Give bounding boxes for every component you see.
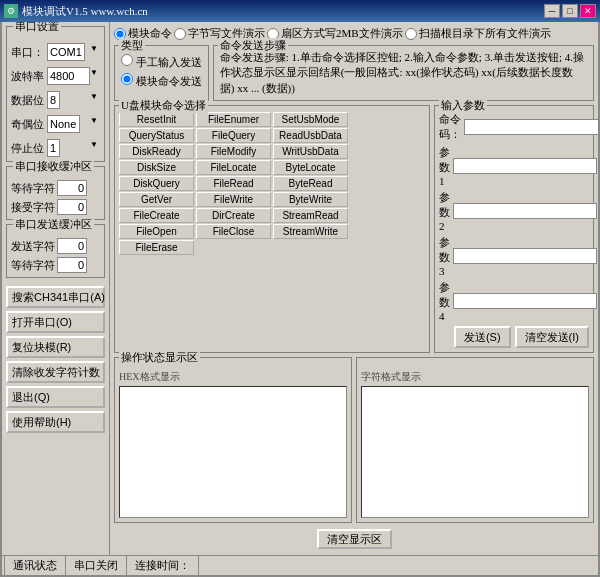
- desc-text: 命令发送步骤: 1.单击命令选择区控钮; 2.输入命令参数; 3.单击发送按钮;…: [220, 50, 587, 96]
- search-port-button[interactable]: 搜索CH341串口(A): [6, 286, 105, 308]
- baud-select[interactable]: 48009600115200: [47, 67, 90, 85]
- tab-scan-files-label: 扫描根目录下所有文件演示: [419, 26, 551, 41]
- port-select[interactable]: COM1COM2COM3: [47, 43, 85, 61]
- wait-send-row: 等待字符：: [11, 257, 100, 273]
- param1-input[interactable]: [453, 158, 597, 174]
- baud-label: 波特率：: [11, 69, 45, 84]
- parity-label: 奇偶位：: [11, 117, 45, 132]
- param3-label: 参数3: [439, 235, 450, 277]
- send-buffer-group: 串口发送缓冲区 发送字符： 等待字符：: [6, 224, 105, 278]
- param2-input[interactable]: [453, 203, 597, 219]
- reset-module-button[interactable]: 复位块模(R): [6, 336, 105, 358]
- type-group-box: 类型 手工输入发送 模块命令发送: [114, 45, 209, 101]
- cmd-code-row: 命令码：: [439, 112, 589, 142]
- connect-time: 连接时间：: [127, 556, 199, 575]
- tab-scan-files[interactable]: 扫描根目录下所有文件演示: [405, 26, 551, 41]
- cmd-FileRead[interactable]: FileRead: [196, 176, 271, 191]
- title-bar-text: ⚙ 模块调试V1.5 www.wch.cn: [4, 4, 148, 19]
- cmd-DiskSize[interactable]: DiskSize: [119, 160, 194, 175]
- data-bits-select[interactable]: 87: [47, 91, 60, 109]
- cmd-ReadUsbData[interactable]: ReadUsbData: [273, 128, 348, 143]
- param1-row: 参数1: [439, 145, 589, 187]
- send-buttons-row: 发送(S) 清空发送(I): [439, 326, 589, 348]
- bottom-row: 清空显示区: [114, 527, 594, 551]
- stop-bits-select[interactable]: 12: [47, 139, 60, 157]
- cmd-FileErase[interactable]: FileErase: [119, 240, 194, 255]
- type-options: 手工输入发送 模块命令发送: [121, 54, 202, 89]
- data-bits-select-wrapper: 87: [47, 91, 100, 109]
- wait-char-row: 等待字符：: [11, 180, 100, 196]
- port-row: 串口： COM1COM2COM3: [11, 43, 100, 61]
- wait-send-label: 等待字符：: [11, 258, 55, 273]
- serial-group-title: 串口设置: [13, 22, 61, 34]
- cmd-FileOpen[interactable]: FileOpen: [119, 224, 194, 239]
- cmd-group-title: U盘模块命令选择: [119, 98, 208, 113]
- right-panel: 模块命令 字节写文件演示 扇区方式写2MB文件演示 扫描根目录下所有文件演示: [110, 22, 598, 555]
- cmd-ByteRead[interactable]: ByteRead: [273, 176, 348, 191]
- open-port-button[interactable]: 打开串口(O): [6, 311, 105, 333]
- cmd-FileLocate[interactable]: FileLocate: [196, 160, 271, 175]
- cmd-GetVer[interactable]: GetVer: [119, 192, 194, 207]
- help-button[interactable]: 使用帮助(H): [6, 411, 105, 433]
- recv-buffer-title: 串口接收缓冲区: [13, 159, 94, 174]
- cmd-QueryStatus[interactable]: QueryStatus: [119, 128, 194, 143]
- send-char-input[interactable]: [57, 238, 87, 254]
- exit-button[interactable]: 退出(Q): [6, 386, 105, 408]
- action-buttons: 搜索CH341串口(A) 打开串口(O) 复位块模(R) 清除收发字符计数 退出…: [6, 286, 105, 433]
- cmd-DiskReady[interactable]: DiskReady: [119, 144, 194, 159]
- title-bar-buttons: ─ □ ✕: [544, 4, 596, 18]
- app-icon: ⚙: [4, 4, 18, 18]
- port-status: 串口关闭: [66, 556, 127, 575]
- content-area: 串口设置 串口： COM1COM2COM3 波特率： 4800960011520…: [2, 22, 598, 555]
- minimize-button[interactable]: ─: [544, 4, 560, 18]
- desc-title: 命令发送步骤: [218, 38, 288, 53]
- cmd-FileCreate[interactable]: FileCreate: [119, 208, 194, 223]
- close-button[interactable]: ✕: [580, 4, 596, 18]
- maximize-button[interactable]: □: [562, 4, 578, 18]
- parity-select[interactable]: NoneEvenOdd: [47, 115, 80, 133]
- char-display-textarea[interactable]: [361, 386, 589, 518]
- type-section: 类型 手工输入发送 模块命令发送 命令发送步骤 命令发送步骤: [114, 45, 594, 101]
- cmd-StreamWrite[interactable]: StreamWrite: [273, 224, 348, 239]
- title-bar: ⚙ 模块调试V1.5 www.wch.cn ─ □ ✕: [0, 0, 600, 22]
- type-manual-label: 手工输入发送: [136, 56, 202, 68]
- char-display-box: 字符格式显示: [356, 357, 594, 523]
- cmd-code-input[interactable]: [464, 119, 598, 135]
- desc-box: 命令发送步骤 命令发送步骤: 1.单击命令选择区控钮; 2.输入命令参数; 3.…: [213, 45, 594, 101]
- type-group-title: 类型: [119, 38, 145, 53]
- param3-row: 参数3: [439, 235, 589, 277]
- type-manual[interactable]: 手工输入发送: [121, 54, 202, 70]
- cmd-StreamRead[interactable]: StreamRead: [273, 208, 348, 223]
- param3-input[interactable]: [453, 248, 597, 264]
- cmd-ByteLocate[interactable]: ByteLocate: [273, 160, 348, 175]
- status-bar: 通讯状态 串口关闭 连接时间：: [2, 555, 598, 575]
- baud-row: 波特率： 48009600115200: [11, 67, 100, 85]
- cmd-grid: ResetInit FileEnumer SetUsbMode QuerySta…: [119, 112, 425, 255]
- cmd-FileModify[interactable]: FileModify: [196, 144, 271, 159]
- tab-sector-write-label: 扇区方式写2MB文件演示: [281, 26, 403, 41]
- cmd-WritUsbData[interactable]: WritUsbData: [273, 144, 348, 159]
- wait-send-input[interactable]: [57, 257, 87, 273]
- cmd-FileClose[interactable]: FileClose: [196, 224, 271, 239]
- parity-row: 奇偶位： NoneEvenOdd: [11, 115, 100, 133]
- param4-row: 参数4: [439, 280, 589, 322]
- left-panel: 串口设置 串口： COM1COM2COM3 波特率： 4800960011520…: [2, 22, 110, 555]
- clear-send-button[interactable]: 清空发送(I): [515, 326, 589, 348]
- param4-input[interactable]: [453, 293, 597, 309]
- recv-char-input[interactable]: [57, 199, 87, 215]
- cmd-DirCreate[interactable]: DirCreate: [196, 208, 271, 223]
- cmd-FileEnumer[interactable]: FileEnumer: [196, 112, 271, 127]
- cmd-DiskQuery[interactable]: DiskQuery: [119, 176, 194, 191]
- type-module[interactable]: 模块命令发送: [121, 73, 202, 89]
- port-select-wrapper: COM1COM2COM3: [47, 43, 100, 61]
- clear-display-button[interactable]: 清空显示区: [317, 529, 392, 549]
- wait-char-input[interactable]: [57, 180, 87, 196]
- cmd-SetUsbMode[interactable]: SetUsbMode: [273, 112, 348, 127]
- cmd-ResetInit[interactable]: ResetInit: [119, 112, 194, 127]
- send-button[interactable]: 发送(S): [454, 326, 511, 348]
- hex-display-textarea[interactable]: [119, 386, 347, 518]
- cmd-FileWrite[interactable]: FileWrite: [196, 192, 271, 207]
- clear-count-button[interactable]: 清除收发字符计数: [6, 361, 105, 383]
- cmd-ByteWrite[interactable]: ByteWrite: [273, 192, 348, 207]
- cmd-FileQuery[interactable]: FileQuery: [196, 128, 271, 143]
